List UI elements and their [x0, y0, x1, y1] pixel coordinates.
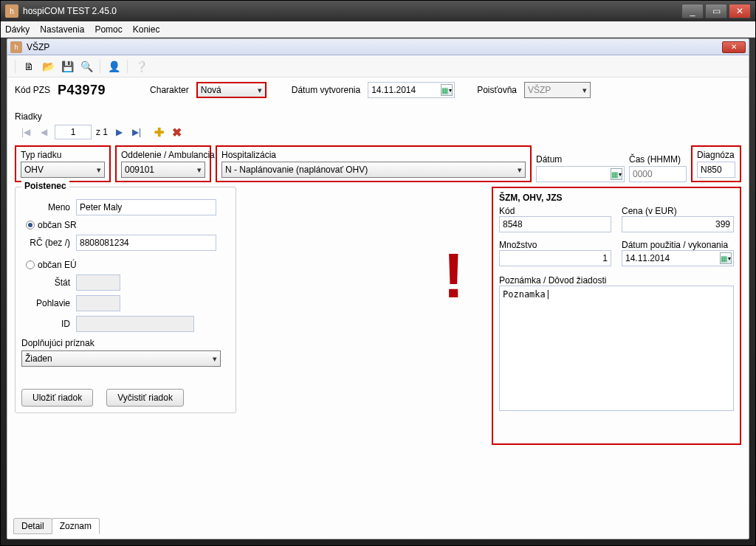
typ-riadku-value: OHV — [24, 165, 44, 175]
oddelenie-select[interactable]: 009101 — [121, 162, 205, 178]
menu-davky[interactable]: Dávky — [5, 24, 30, 35]
menu-koniec[interactable]: Koniec — [133, 24, 160, 35]
radio-icon — [26, 260, 35, 269]
szm-datum-pouzitia-label: Dátum použitia / vykonania — [622, 240, 734, 250]
kod-pzs-value: P43979 — [58, 83, 106, 98]
charakter-label: Charakter — [150, 85, 189, 95]
szm-poznamka-textarea[interactable] — [499, 286, 734, 411]
rc-input[interactable] — [76, 235, 216, 251]
page-current-input[interactable] — [55, 125, 92, 139]
page-total-label: z 1 — [96, 127, 108, 137]
szm-mnozstvo-input[interactable] — [499, 250, 611, 266]
oddelenie-value: 009101 — [125, 165, 154, 175]
menu-pomoc[interactable]: Pomoc — [94, 24, 122, 35]
pohlavie-label: Pohlavie — [21, 298, 70, 308]
calendar-icon[interactable] — [720, 252, 732, 264]
datum-vytvorenia-value: 14.11.2014 — [371, 85, 416, 95]
child-window-title: VŠZP — [27, 42, 49, 52]
search-icon[interactable]: 🔍 — [79, 59, 94, 74]
radio-icon — [26, 221, 35, 229]
szm-cena-label: Cena (v EUR) — [622, 206, 734, 216]
open-icon[interactable]: 📂 — [41, 59, 55, 74]
child-close-button[interactable]: ✕ — [722, 41, 746, 53]
obcan-sr-radio[interactable]: občan SR — [26, 220, 230, 230]
client-area: h VŠZP ✕ 🗎 📂 💾 🔍 👤 ❔ Kód PZS P43979 Char… — [7, 38, 749, 539]
szm-title: ŠZM, OHV, JZS — [499, 193, 734, 203]
riadky-label: Riadky — [7, 108, 749, 122]
obcan-eu-radio[interactable]: občan EÚ — [26, 260, 230, 270]
datum-label: Dátum — [536, 154, 625, 165]
poistovna-label: Poisťovňa — [477, 85, 517, 95]
child-window-icon: h — [10, 41, 22, 53]
next-page-button[interactable]: ▶ — [112, 125, 126, 139]
hospitalizacia-select[interactable]: N - Naplánovanie (naplánovať OHV) — [221, 162, 526, 178]
last-page-button[interactable]: ▶| — [130, 125, 143, 139]
szm-kod-input[interactable] — [499, 216, 611, 232]
szm-datum-pouzitia-picker[interactable]: 14.11.2014 — [622, 250, 734, 266]
charakter-select[interactable]: Nová — [196, 82, 267, 98]
poistovna-value: VŠZP — [528, 85, 551, 95]
send-icon[interactable]: 👤 — [106, 59, 121, 74]
calendar-icon[interactable] — [441, 84, 453, 96]
new-icon[interactable]: 🗎 — [21, 59, 36, 74]
ulozit-riadok-button[interactable]: Uložiť riadok — [21, 389, 93, 407]
delete-row-button[interactable]: ✖ — [170, 125, 183, 139]
menu-nastavenia[interactable]: Nastavenia — [40, 24, 84, 35]
help-icon[interactable]: ❔ — [134, 59, 148, 74]
child-window-header: h VŠZP ✕ — [7, 39, 749, 55]
diagnoza-input[interactable] — [697, 162, 735, 178]
datum-picker[interactable] — [536, 166, 625, 182]
typ-riadku-select[interactable]: OHV — [21, 162, 105, 178]
poistenec-fieldset: Poistenec Meno občan SR RČ (bez /) — [15, 187, 236, 413]
szm-datum-pouzitia-value: 14.11.2014 — [625, 253, 670, 263]
typ-riadku-label: Typ riadku — [21, 150, 105, 160]
typ-riadku-group: Typ riadku OHV — [15, 145, 111, 182]
paginator: |◀ ◀ z 1 ▶ ▶| ✚ ✖ — [7, 122, 749, 142]
doplnujuci-select[interactable]: Žiaden — [21, 350, 221, 367]
tab-zoznam[interactable]: Zoznam — [52, 518, 100, 534]
szm-poznamka-label: Poznámka / Dôvod žiadosti — [499, 275, 734, 286]
charakter-value: Nová — [201, 85, 221, 95]
vycistit-riadok-button[interactable]: Vyčistiť riadok — [106, 389, 184, 407]
rc-label: RČ (bez /) — [21, 238, 70, 248]
meno-input[interactable] — [76, 199, 216, 215]
datum-group: Dátum — [536, 154, 625, 182]
hospitalizacia-value: N - Naplánovanie (naplánovať OHV) — [225, 165, 368, 175]
id-label: ID — [21, 319, 70, 329]
row-fields-bar: Typ riadku OHV Oddelenie / Ambulancia 00… — [7, 142, 749, 187]
poistovna-select: VŠZP — [524, 82, 591, 98]
calendar-icon[interactable] — [611, 168, 622, 180]
first-page-button[interactable]: |◀ — [19, 125, 32, 139]
app-window: h hospiCOM TEST 2.45.0 _ ▭ ✕ Dávky Nasta… — [0, 0, 756, 546]
oddelenie-group: Oddelenie / Ambulancia 009101 — [115, 145, 211, 182]
toolbar: 🗎 📂 💾 🔍 👤 ❔ — [7, 55, 749, 77]
cas-input[interactable] — [629, 166, 687, 182]
pohlavie-input — [76, 295, 120, 311]
menubar: Dávky Nastavenia Pomoc Koniec — [1, 21, 755, 38]
add-row-button[interactable]: ✚ — [152, 125, 165, 139]
diagnoza-group: Diagnóza — [691, 145, 741, 182]
meno-label: Meno — [21, 202, 70, 212]
titlebar: h hospiCOM TEST 2.45.0 _ ▭ ✕ — [1, 1, 755, 21]
poistenec-legend: Poistenec — [21, 181, 69, 191]
doplnujuci-label: Doplňujúci príznak — [21, 338, 230, 348]
obcan-sr-label: občan SR — [38, 220, 77, 230]
info-row: Kód PZS P43979 Charakter Nová Dátum vytv… — [7, 77, 749, 108]
datum-vytvorenia-label: Dátum vytvorenia — [292, 85, 360, 95]
tab-detail[interactable]: Detail — [13, 518, 52, 534]
warning-icon: ! — [443, 250, 464, 301]
szm-cena-input[interactable] — [622, 216, 734, 232]
diagnoza-label: Diagnóza — [697, 150, 735, 160]
datum-vytvorenia-picker[interactable]: 14.11.2014 — [368, 82, 455, 98]
stat-label: Štát — [21, 277, 70, 288]
maximize-button[interactable]: ▭ — [705, 4, 727, 18]
hospitalizacia-label: Hospitalizácia — [221, 150, 526, 160]
close-button[interactable]: ✕ — [729, 4, 751, 18]
cas-label: Čas (HHMM) — [629, 154, 687, 165]
cas-group: Čas (HHMM) — [629, 154, 687, 182]
hospitalizacia-group: Hospitalizácia N - Naplánovanie (napláno… — [216, 145, 532, 182]
save-icon[interactable]: 💾 — [60, 59, 75, 74]
minimize-button[interactable]: _ — [681, 4, 704, 18]
bottom-tabs: Detail Zoznam — [13, 518, 99, 534]
prev-page-button[interactable]: ◀ — [37, 125, 50, 139]
